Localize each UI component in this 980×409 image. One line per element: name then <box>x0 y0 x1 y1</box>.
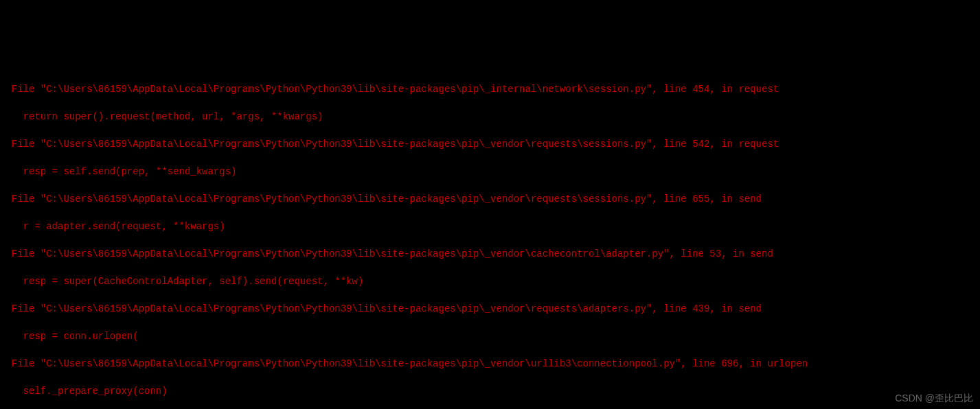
traceback-line: File "C:\Users\86159\AppData\Local\Progr… <box>0 247 980 261</box>
traceback-line: resp = super(CacheControlAdapter, self).… <box>0 274 980 288</box>
traceback-line: File "C:\Users\86159\AppData\Local\Progr… <box>0 137 980 151</box>
traceback-line: resp = conn.urlopen( <box>0 329 980 343</box>
traceback-line: File "C:\Users\86159\AppData\Local\Progr… <box>0 192 980 206</box>
traceback-line: self._prepare_proxy(conn) <box>0 384 980 398</box>
terminal-output[interactable]: File "C:\Users\86159\AppData\Local\Progr… <box>0 69 980 409</box>
traceback-line: File "C:\Users\86159\AppData\Local\Progr… <box>0 302 980 316</box>
traceback-line: r = adapter.send(request, **kwargs) <box>0 220 980 233</box>
traceback-line: resp = self.send(prep, **send_kwargs) <box>0 165 980 178</box>
traceback-line: File "C:\Users\86159\AppData\Local\Progr… <box>0 82 980 96</box>
traceback-line: File "C:\Users\86159\AppData\Local\Progr… <box>0 357 980 371</box>
traceback-line: return super().request(method, url, *arg… <box>0 110 980 124</box>
